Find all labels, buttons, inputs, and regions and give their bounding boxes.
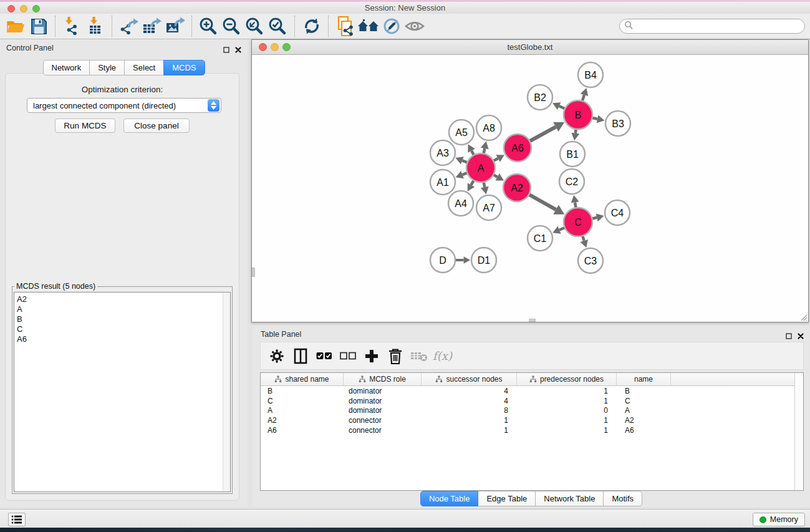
zoom-selected-button[interactable] (266, 15, 289, 38)
network-window-controls (259, 43, 291, 51)
import-table-button[interactable] (84, 15, 107, 38)
add-column-button[interactable] (362, 346, 381, 367)
svg-text:D1: D1 (478, 255, 491, 266)
toggle-graphics-details-button[interactable] (380, 15, 403, 38)
tab-mcds[interactable]: MCDS (163, 60, 205, 75)
table-row[interactable]: Bdominator41B (261, 386, 803, 396)
task-history-button[interactable] (8, 513, 26, 526)
column-header-successor-nodes[interactable]: successor nodes (422, 373, 517, 385)
minimize-window-button[interactable] (20, 5, 27, 12)
column-header-shared-name[interactable]: shared name (261, 373, 344, 385)
tab-edge-table[interactable]: Edge Table (478, 491, 536, 506)
search-input[interactable] (633, 22, 804, 31)
mcds-result-item[interactable]: A (17, 304, 230, 314)
float-panel-icon[interactable] (223, 44, 229, 56)
deselect-all-button[interactable] (338, 346, 357, 367)
table-row[interactable]: Cdominator41C (261, 396, 803, 406)
tab-select[interactable]: Select (124, 60, 164, 75)
zoom-fit-button[interactable] (243, 15, 266, 38)
zoom-out-button[interactable] (220, 15, 243, 38)
graph-node-B[interactable]: B (564, 100, 592, 129)
mcds-result-list[interactable]: A2ABCA6 (14, 292, 231, 492)
select-all-button[interactable] (314, 346, 334, 367)
cell-MCDS-role: dominator (344, 397, 422, 405)
column-header-MCDS-role[interactable]: MCDS role (344, 373, 422, 385)
horizontal-scroll-thumb[interactable] (529, 319, 536, 322)
gear-button[interactable] (267, 346, 286, 367)
graph-node-A8[interactable]: A8 (476, 115, 501, 140)
network-graph[interactable]: B4B2BB3A5A8A6A3B1AA1C2A2A4A7C4CC1C3DD1 (252, 55, 808, 322)
export-image-button[interactable] (163, 15, 186, 38)
graph-node-B4[interactable]: B4 (578, 62, 603, 87)
zoom-window-button[interactable] (32, 5, 40, 12)
show-hide-button[interactable] (403, 15, 426, 38)
graph-node-B3[interactable]: B3 (605, 111, 630, 136)
run-mcds-button[interactable]: Run MCDS (55, 118, 115, 133)
resize-grip-icon[interactable] (799, 312, 808, 321)
svg-text:A8: A8 (483, 123, 495, 133)
mcds-result-item[interactable]: A6 (17, 334, 230, 344)
memory-button[interactable]: Memory (753, 513, 805, 526)
close-window-button[interactable] (7, 5, 15, 12)
graph-node-B2[interactable]: B2 (528, 85, 552, 110)
graph-node-C2[interactable]: C2 (559, 169, 584, 194)
close-panel-icon[interactable] (235, 44, 241, 56)
graph-node-A1[interactable]: A1 (430, 170, 455, 195)
graph-node-C[interactable]: C (564, 208, 592, 236)
zoom-in-button[interactable] (197, 15, 220, 38)
node-table[interactable]: shared nameMCDS rolesuccessor nodesprede… (260, 372, 804, 491)
result-scrollbar[interactable] (223, 293, 230, 491)
graph-node-A3[interactable]: A3 (430, 140, 455, 165)
network-document-button[interactable] (334, 15, 357, 38)
graph-node-B1[interactable]: B1 (560, 142, 585, 167)
graph-node-A4[interactable]: A4 (448, 191, 473, 216)
graph-node-D[interactable]: D (430, 248, 455, 273)
close-table-panel-icon[interactable] (798, 331, 804, 342)
network-close-button[interactable] (259, 43, 267, 51)
app-titlebar[interactable]: Session: New Session (0, 2, 810, 14)
export-table-button[interactable] (140, 15, 163, 38)
graph-node-D1[interactable]: D1 (471, 248, 496, 273)
column-header-predecessor-nodes[interactable]: predecessor nodes (517, 373, 617, 385)
graph-node-C1[interactable]: C1 (528, 226, 552, 251)
vertical-scroll-thumb[interactable] (252, 268, 255, 277)
graph-node-C3[interactable]: C3 (578, 248, 603, 273)
mcds-result-item[interactable]: B (17, 314, 230, 324)
export-network-button[interactable] (117, 15, 140, 38)
tab-network-table[interactable]: Network Table (535, 491, 604, 506)
network-window-titlebar[interactable]: testGlobe.txt (252, 40, 808, 55)
home-button[interactable] (357, 15, 380, 38)
open-file-button[interactable] (4, 15, 27, 38)
tab-motifs[interactable]: Motifs (603, 491, 642, 506)
import-network-button[interactable] (60, 15, 84, 38)
table-row[interactable]: A6connector11A6 (261, 425, 803, 435)
close-panel-button[interactable]: Close panel (123, 118, 190, 133)
network-canvas[interactable]: B4B2BB3A5A8A6A3B1AA1C2A2A4A7C4CC1C3DD1 (252, 55, 808, 322)
graph-node-C4[interactable]: C4 (605, 200, 630, 225)
table-row[interactable]: Adominator80A (261, 406, 803, 416)
graph-node-A[interactable]: A (466, 153, 495, 182)
refresh-button[interactable] (300, 15, 323, 38)
mcds-result-item[interactable]: A2 (17, 294, 230, 304)
graph-node-A6[interactable]: A6 (504, 134, 531, 162)
columns-button[interactable] (291, 346, 310, 367)
delete-column-button[interactable] (385, 346, 405, 367)
graph-node-A2[interactable]: A2 (503, 174, 531, 201)
cell-shared-name: A2 (261, 416, 344, 425)
network-minimize-button[interactable] (271, 43, 279, 51)
mcds-result-item[interactable]: C (17, 324, 230, 334)
tab-style[interactable]: Style (89, 60, 125, 75)
graph-node-A7[interactable]: A7 (476, 195, 501, 220)
float-table-panel-icon[interactable] (786, 331, 792, 342)
tab-node-table[interactable]: Node Table (420, 491, 479, 506)
column-header-name[interactable]: name (617, 373, 671, 385)
table-row[interactable]: A2connector11A2 (261, 415, 803, 425)
tab-network[interactable]: Network (42, 60, 90, 75)
graph-node-A5[interactable]: A5 (449, 120, 474, 145)
network-zoom-button[interactable] (282, 43, 291, 51)
table-scrollbar[interactable] (794, 373, 803, 490)
search-field[interactable] (619, 19, 805, 34)
save-session-button[interactable] (27, 15, 50, 38)
toolbar-separator (191, 16, 192, 37)
criterion-dropdown[interactable]: largest connected component (directed) (27, 98, 221, 113)
